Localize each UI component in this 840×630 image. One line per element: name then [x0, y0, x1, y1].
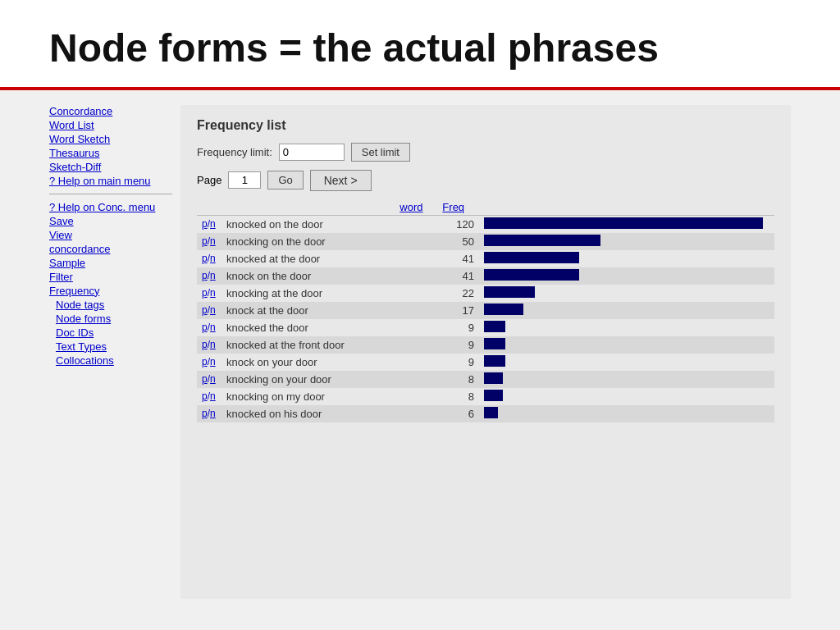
bar-cell — [479, 285, 774, 302]
word-cell: knock on the door — [221, 267, 427, 285]
page-title: Node forms = the actual phrases — [49, 25, 791, 87]
filter-link[interactable]: Filter — [49, 271, 172, 283]
bar-cell — [479, 233, 774, 250]
concordance-link[interactable]: Concordance — [49, 105, 172, 117]
save-link[interactable]: Save — [49, 215, 172, 227]
main-panel: Frequency list Frequency limit: Set limi… — [180, 105, 791, 599]
table-row: p/n knocked at the front door 9 — [197, 336, 774, 354]
pn-cell[interactable]: p/n — [197, 319, 221, 336]
freq-bar — [484, 217, 763, 229]
word-cell: knocked at the front door — [221, 336, 427, 354]
table-row: p/n knock at the door 17 — [197, 302, 774, 319]
col-freq-header[interactable]: Freq — [427, 199, 479, 216]
freq-cell: 22 — [427, 285, 479, 302]
node-forms-link[interactable]: Node forms — [49, 313, 172, 325]
view-link[interactable]: View — [49, 229, 172, 241]
freq-limit-label: Frequency limit: — [197, 146, 272, 158]
freq-bar — [484, 407, 498, 418]
pn-cell[interactable]: p/n — [197, 405, 221, 422]
doc-ids-link[interactable]: Doc IDs — [49, 326, 172, 339]
pn-cell[interactable]: p/n — [197, 336, 221, 354]
table-row: p/n knocked the door 9 — [197, 319, 774, 336]
word-sketch-link[interactable]: Word Sketch — [49, 133, 172, 145]
col-word-header[interactable]: word — [221, 199, 427, 216]
header: Node forms = the actual phrases — [0, 0, 840, 90]
pn-cell[interactable]: p/n — [197, 354, 221, 371]
freq-bar — [484, 252, 579, 263]
frequency-link[interactable]: Frequency — [49, 285, 172, 297]
freq-bar — [484, 269, 579, 281]
table-row: p/n knocking at the door 22 — [197, 285, 774, 302]
freq-cell: 8 — [427, 388, 479, 405]
page-label: Page — [197, 174, 221, 186]
table-row: p/n knock on your door 9 — [197, 354, 774, 371]
freq-bar — [484, 372, 503, 384]
bar-cell — [479, 302, 774, 319]
go-button[interactable]: Go — [267, 171, 303, 189]
sketch-diff-link[interactable]: Sketch-Diff — [49, 161, 172, 173]
bar-cell — [479, 354, 774, 371]
freq-cell: 9 — [427, 354, 479, 371]
word-cell: knocking at the door — [221, 285, 427, 302]
text-types-link[interactable]: Text Types — [49, 340, 172, 353]
freq-cell: 120 — [427, 215, 479, 233]
table-row: p/n knocking on the door 50 — [197, 233, 774, 250]
table-row: p/n knocking on your door 8 — [197, 371, 774, 388]
pn-cell[interactable]: p/n — [197, 285, 221, 302]
page-row: Page Go Next > — [197, 170, 774, 191]
table-row: p/n knocking on my door 8 — [197, 388, 774, 405]
table-row: p/n knocked on his door 6 — [197, 405, 774, 422]
freq-cell: 9 — [427, 336, 479, 354]
word-cell: knock at the door — [221, 302, 427, 319]
help-conc-link[interactable]: ? Help on Conc. menu — [49, 201, 172, 213]
bar-cell — [479, 371, 774, 388]
thesaurus-link[interactable]: Thesaurus — [49, 147, 172, 159]
word-cell: knocked at the door — [221, 250, 427, 267]
freq-bar — [484, 235, 600, 246]
sample-link[interactable]: Sample — [49, 257, 172, 269]
word-cell: knocked on the door — [221, 215, 427, 233]
freq-cell: 17 — [427, 302, 479, 319]
freq-cell: 6 — [427, 405, 479, 422]
freq-cell: 8 — [427, 371, 479, 388]
freq-bar — [484, 390, 503, 401]
freq-bar — [484, 286, 535, 298]
bar-cell — [479, 267, 774, 285]
set-limit-button[interactable]: Set limit — [351, 143, 410, 162]
node-tags-link[interactable]: Node tags — [49, 299, 172, 311]
word-cell: knock on your door — [221, 354, 427, 371]
word-cell: knocking on your door — [221, 371, 427, 388]
pn-cell[interactable]: p/n — [197, 215, 221, 233]
freq-list-title: Frequency list — [197, 118, 774, 133]
freq-limit-input[interactable] — [279, 144, 345, 161]
concordance-link2[interactable]: concordance — [49, 243, 172, 255]
collocations-link[interactable]: Collocations — [49, 354, 172, 367]
pn-cell[interactable]: p/n — [197, 388, 221, 405]
word-cell: knocking on my door — [221, 388, 427, 405]
pn-cell[interactable]: p/n — [197, 371, 221, 388]
pn-cell[interactable]: p/n — [197, 302, 221, 319]
pn-cell[interactable]: p/n — [197, 233, 221, 250]
pn-cell[interactable]: p/n — [197, 250, 221, 267]
freq-bar — [484, 355, 505, 367]
freq-cell: 41 — [427, 250, 479, 267]
word-list-link[interactable]: Word List — [49, 119, 172, 131]
freq-cell: 41 — [427, 267, 479, 285]
bar-cell — [479, 319, 774, 336]
word-cell: knocked on his door — [221, 405, 427, 422]
table-row: p/n knocked on the door 120 — [197, 215, 774, 233]
page-input[interactable] — [228, 171, 261, 189]
word-cell: knocked the door — [221, 319, 427, 336]
next-button[interactable]: Next > — [310, 170, 372, 191]
freq-bar — [484, 321, 505, 332]
bar-cell — [479, 250, 774, 267]
freq-limit-row: Frequency limit: Set limit — [197, 143, 774, 162]
pn-cell[interactable]: p/n — [197, 267, 221, 285]
freq-bar — [484, 338, 505, 349]
bar-cell — [479, 215, 774, 233]
table-row: p/n knocked at the door 41 — [197, 250, 774, 267]
bar-cell — [479, 336, 774, 354]
help-main-link[interactable]: ? Help on main menu — [49, 175, 172, 187]
bar-cell — [479, 405, 774, 422]
sidebar: ConcordanceWord ListWord SketchThesaurus… — [49, 105, 180, 599]
